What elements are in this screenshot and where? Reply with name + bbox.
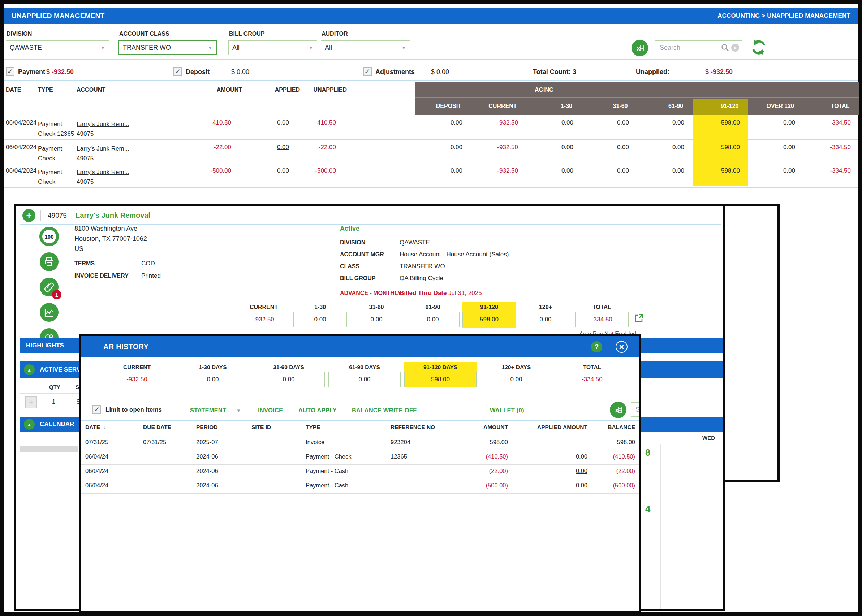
sort-descending-icon[interactable]: ↓	[103, 424, 106, 430]
account-name[interactable]: Larry's Junk Removal	[76, 211, 150, 220]
ar-column-header-amount: AMOUNT	[465, 424, 508, 431]
action-balance-write-off[interactable]: BALANCE WRITE OFF	[352, 407, 417, 414]
wallet-link[interactable]: WALLET (0)	[490, 407, 524, 414]
adjustments-checkbox[interactable]: ✓	[363, 67, 372, 76]
column-header-date: DATE	[6, 86, 21, 93]
svg-text:100: 100	[44, 234, 53, 240]
filter-select-account-class[interactable]: TRANSFER WO▼	[118, 41, 217, 55]
table-row[interactable]: 06/04/2024PaymentCheck 12365Larry's Junk…	[4, 116, 858, 139]
screenshot-frame: UNAPPLIED MANAGEMENT ACCOUNTING > UNAPPL…	[0, 0, 862, 616]
deposit-amount: $ 0.00	[231, 68, 249, 76]
page-title: UNAPPLIED MANAGEMENT	[11, 12, 104, 20]
divider	[41, 210, 41, 221]
filter-value-account-class: TRANSFER WO	[123, 44, 171, 52]
row-type: PaymentCheck	[38, 144, 62, 163]
modal-aging-value-1-30-days: 0.00	[177, 372, 249, 387]
modal-search-input[interactable]: Se	[631, 402, 641, 417]
aging-label-current: CURRENT	[237, 304, 291, 311]
filter-select-auditor[interactable]: All▼	[321, 41, 410, 55]
ar-column-header-due-date: DUE DATE	[143, 424, 183, 431]
row-aging-1-30: 0.00	[519, 144, 573, 151]
status-link[interactable]: Active	[340, 225, 359, 233]
chevron-down-icon[interactable]: ▼	[308, 45, 313, 50]
filter-value-bill-group: All	[232, 44, 239, 52]
terms-label: TERMS	[74, 260, 94, 267]
action-auto-apply[interactable]: AUTO APPLY	[299, 407, 337, 414]
invoice-delivery-value: Printed	[141, 272, 161, 280]
ar-table-row[interactable]: 06/04/242024-06Payment - Cash(22.00)0.00…	[81, 464, 639, 479]
detail-value-account-mgr: House Account - House Account (Sales)	[400, 251, 509, 258]
score-badge[interactable]: 100	[39, 226, 59, 247]
chevron-down-icon[interactable]: ▼	[208, 45, 212, 50]
ar-applied-link[interactable]: 0.00	[530, 468, 587, 475]
account-link[interactable]: Larry's Junk Rem...	[77, 145, 129, 152]
row-aging-total: -334.50	[797, 119, 851, 126]
modal-aging-value-current: -932.50	[101, 372, 173, 387]
collapse-icon[interactable]: ▴	[24, 419, 35, 430]
deposit-label: Deposit	[186, 68, 209, 76]
ar-table-row[interactable]: 06/04/242024-06Payment - Check12365(410.…	[81, 450, 639, 464]
row-account: Larry's Junk Rem...49075	[77, 119, 129, 139]
row-aging-91-120: 598.00	[686, 144, 740, 151]
row-type: PaymentCheck	[38, 167, 62, 187]
calendar-day[interactable]: 8	[645, 447, 650, 458]
row-aging-current: -932.50	[464, 167, 518, 174]
calendar-weekday-header: WED	[702, 435, 715, 441]
chevron-down-icon[interactable]: ▼	[101, 45, 105, 50]
row-account: Larry's Junk Rem...49075	[77, 144, 129, 163]
add-icon[interactable]: +	[22, 209, 35, 222]
deposit-checkbox[interactable]: ✓	[173, 67, 182, 76]
external-link-icon[interactable]	[634, 313, 644, 323]
expand-row-button[interactable]: +	[25, 396, 37, 408]
ar-cell-type: Payment - Check	[306, 453, 367, 460]
clear-search-icon[interactable]: ×	[731, 44, 739, 52]
excel-export-icon[interactable]: x	[610, 402, 626, 418]
aging-label-31-60: 31-60	[350, 304, 403, 311]
action-statement[interactable]: STATEMENT	[190, 407, 226, 414]
ar-cell-type: Payment - Cash	[306, 482, 367, 489]
row-aging-61-90: 0.00	[630, 119, 684, 126]
ar-column-header-date[interactable]: DATE↓	[85, 424, 125, 431]
ar-table-row[interactable]: 06/04/242024-06Payment - Cash(500.00)0.0…	[81, 479, 639, 493]
ar-cell-date: 06/04/24	[85, 468, 125, 475]
chevron-down-icon[interactable]: ▼	[401, 45, 406, 50]
horizontal-scrollbar[interactable]	[20, 446, 78, 452]
table-row[interactable]: 06/04/2024PaymentCheckLarry's Junk Rem..…	[4, 164, 858, 187]
detail-value-division: QAWASTE	[400, 239, 430, 246]
print-icon[interactable]	[40, 252, 58, 271]
calendar-day[interactable]: 4	[645, 503, 650, 515]
ar-cell-balance: (410.50)	[591, 453, 635, 460]
ar-cell-period: 2024-06	[196, 453, 236, 460]
ar-applied-link[interactable]: 0.00	[530, 482, 587, 489]
search-icon[interactable]	[721, 44, 729, 52]
account-link[interactable]: Larry's Junk Rem...	[77, 169, 129, 176]
help-icon[interactable]: ?	[591, 341, 602, 352]
close-icon[interactable]: ×	[616, 341, 628, 353]
action-invoice[interactable]: INVOICE	[258, 407, 283, 414]
limit-open-items-checkbox[interactable]: ✓	[93, 405, 101, 414]
filter-select-bill-group[interactable]: All▼	[228, 41, 317, 55]
account-address: 8100 Washington AveHouston, TX 77007-106…	[74, 223, 147, 254]
column-header-amount: AMOUNT	[202, 86, 242, 93]
detail-label-class: CLASS	[340, 263, 359, 270]
account-link[interactable]: Larry's Junk Rem...	[77, 121, 129, 127]
ar-table-row[interactable]: 07/31/2507/31/252025-07Invoice923204598.…	[81, 435, 639, 450]
refresh-icon[interactable]	[750, 38, 768, 57]
chart-icon[interactable]	[40, 303, 58, 322]
excel-export-icon[interactable]: x	[631, 40, 648, 57]
ar-applied-link[interactable]: 0.00	[530, 453, 587, 460]
search-input[interactable]: Search ×	[655, 41, 742, 55]
billed-thru: Billed Thru Date Jul 31, 2025	[400, 289, 482, 297]
modal-aging-label-current: CURRENT	[101, 364, 173, 371]
aging-value-total: -334.50	[575, 312, 629, 327]
ar-cell-period: 2025-07	[196, 439, 236, 446]
collapse-icon[interactable]: ▴	[24, 365, 35, 375]
service-qty: 1	[52, 398, 55, 405]
table-row[interactable]: 06/04/2024PaymentCheckLarry's Junk Rem..…	[4, 141, 858, 164]
detail-label-bill-group: BILL GROUP	[340, 275, 375, 282]
detail-label-account-mgr: ACCOUNT MGR	[340, 251, 384, 258]
chevron-down-icon[interactable]: ▼	[236, 408, 241, 413]
filter-select-division[interactable]: QAWASTE▼	[6, 41, 109, 55]
row-aging-over-120: 0.00	[741, 119, 795, 126]
payment-checkbox[interactable]: ✓	[6, 67, 14, 76]
